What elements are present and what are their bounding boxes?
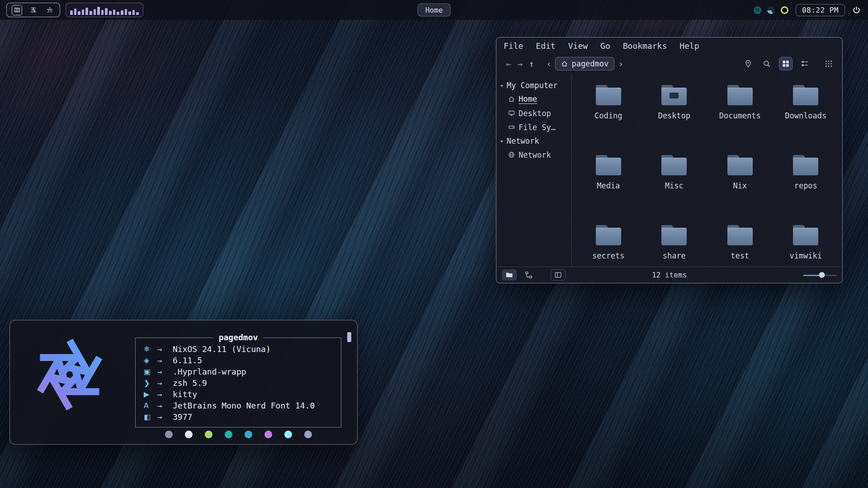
visualizer-bar — [117, 12, 119, 15]
folder-item[interactable]: Downloads — [773, 82, 839, 152]
breadcrumb-path-label: pagedmov — [571, 59, 609, 68]
visualizer-bar — [85, 8, 88, 15]
workspace-3-button[interactable] — [44, 5, 55, 15]
folder-item[interactable]: Misc — [642, 152, 708, 222]
sidebar-item-desktop[interactable]: Desktop — [499, 106, 569, 120]
menu-bookmarks[interactable]: Bookmarks — [623, 41, 667, 51]
tree-view-icon[interactable] — [521, 269, 536, 281]
terminal-icon: ▶ — [144, 390, 157, 399]
folder-item[interactable]: repos — [773, 152, 839, 222]
forward-icon[interactable]: → — [514, 59, 525, 69]
app-grid-icon[interactable] — [822, 57, 835, 70]
fetch-line: ❄→NixOS 24.11 (Vicuna) — [144, 343, 333, 355]
visualizer-bar — [105, 8, 108, 15]
folder-icon — [596, 225, 621, 245]
workspace-1-button[interactable] — [12, 5, 22, 15]
arrow-icon: → — [157, 344, 173, 354]
location-pin-icon[interactable] — [742, 57, 755, 70]
file-manager-content: ▾My ComputerHomeDesktopFile Sy…▾NetworkN… — [496, 74, 842, 267]
items-count: 12 items — [652, 271, 687, 279]
sidebar-item-filesy[interactable]: File Sy… — [499, 120, 569, 134]
os-icon: ❄ — [144, 345, 157, 353]
kernel-icon: ◈ — [144, 356, 157, 365]
menu-file[interactable]: File — [504, 41, 523, 51]
fetch-hostname: pagedmov — [213, 333, 264, 342]
sidebar: ▾My ComputerHomeDesktopFile Sy…▾NetworkN… — [496, 74, 572, 267]
breadcrumb-forward-chevron[interactable]: › — [614, 58, 627, 69]
zoom-slider[interactable] — [803, 272, 837, 279]
toolbar-icons — [742, 57, 835, 70]
sidebar-item-home[interactable]: Home — [499, 92, 569, 106]
folder-item[interactable]: Documents — [707, 82, 773, 152]
collapse-arrow-icon: ▾ — [500, 138, 504, 145]
sidebar-section-my-computer[interactable]: ▾My Computer — [499, 79, 569, 92]
visualizer-bar — [70, 10, 73, 15]
power-icon — [852, 6, 861, 14]
zoom-slider-knob[interactable] — [819, 272, 825, 278]
clock: 08:22 PM — [796, 4, 845, 16]
palette-color-4 — [225, 431, 232, 438]
terminal-window[interactable]: pagedmov ❄→NixOS 24.11 (Vicuna)◈→6.11.5▣… — [9, 320, 358, 445]
pie-circle-icon[interactable] — [767, 6, 775, 14]
folder-item[interactable]: Desktop — [642, 82, 708, 152]
visualizer-bar — [101, 10, 104, 15]
folder-emblem — [670, 93, 679, 99]
sidebar-section-network[interactable]: ▾Network — [499, 134, 569, 148]
folder-view-icon[interactable] — [502, 269, 517, 281]
folder-item[interactable]: Coding — [576, 82, 642, 152]
network-icon — [508, 151, 515, 158]
menu-go[interactable]: Go — [600, 41, 610, 51]
folder-item[interactable]: Media — [576, 152, 642, 222]
nav-buttons: ←→↑ — [503, 59, 537, 69]
menu-view[interactable]: View — [568, 41, 588, 51]
breadcrumb-path-button[interactable]: pagedmov — [555, 57, 614, 70]
folder-icon — [793, 85, 818, 105]
teal-circle-icon[interactable] — [754, 6, 761, 14]
list-view-icon[interactable] — [798, 57, 811, 70]
menu-help[interactable]: Help — [679, 41, 699, 51]
breadcrumb: ‹ pagedmov › — [542, 56, 627, 71]
panel-toggle-icon[interactable] — [551, 269, 566, 281]
folder-icon — [793, 225, 818, 245]
palette-color-2 — [185, 431, 193, 438]
back-icon[interactable]: ← — [503, 59, 514, 69]
fetch-line: ◧→3977 — [144, 411, 333, 422]
top-bar: Home 08:22 PM — [0, 0, 868, 20]
fetch-value: kitty — [173, 389, 197, 399]
arrow-icon: → — [157, 356, 173, 365]
power-button[interactable] — [852, 6, 861, 14]
arrow-icon: → — [157, 367, 173, 376]
folder-item[interactable]: share — [642, 222, 708, 267]
folder-item[interactable]: Nix — [707, 152, 773, 222]
fetch-line: ◈→6.11.5 — [144, 355, 333, 366]
sidebar-section-label: Network — [507, 136, 539, 145]
statusbar-buttons — [502, 269, 570, 281]
palette-color-1 — [165, 431, 173, 438]
palette-color-5 — [245, 431, 252, 438]
folder-icon — [661, 85, 687, 105]
toolbar: ←→↑ ‹ pagedmov › — [496, 53, 842, 74]
visualizer-bar — [125, 9, 127, 15]
visualizer-bar — [90, 11, 92, 15]
folder-label: share — [663, 251, 686, 260]
fetch-value: .Hyprland-wrapp — [173, 367, 246, 376]
folder-label: secrets — [592, 251, 625, 260]
menu-edit[interactable]: Edit — [536, 41, 555, 51]
folder-item[interactable]: secrets — [576, 222, 642, 267]
fetch-value: NixOS 24.11 (Vicuna) — [173, 344, 271, 354]
up-icon[interactable]: ↑ — [526, 59, 537, 69]
fetch-line: ▶→kitty — [144, 389, 333, 400]
workspace-2-button[interactable] — [28, 5, 38, 15]
fetch-value: 6.11.5 — [173, 356, 202, 365]
folder-item[interactable]: test — [707, 222, 773, 267]
home-button[interactable]: Home — [418, 4, 451, 17]
palette-color-3 — [205, 431, 212, 438]
visualizer-bar — [78, 11, 80, 15]
search-icon[interactable] — [760, 57, 773, 70]
breadcrumb-back-chevron[interactable]: ‹ — [542, 58, 555, 69]
folder-item[interactable]: vimwiki — [773, 222, 839, 267]
green-ring-icon[interactable] — [781, 6, 788, 14]
fetch-value: zsh 5.9 — [173, 378, 207, 388]
grid-view-icon[interactable] — [779, 57, 793, 70]
sidebar-item-network[interactable]: Network — [499, 148, 569, 162]
